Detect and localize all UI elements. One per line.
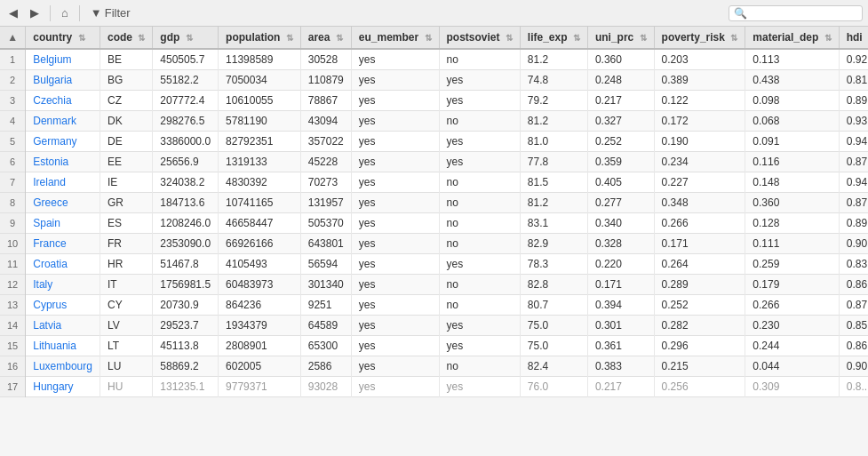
country-link[interactable]: Belgium bbox=[33, 53, 71, 66]
cell-hdi: 0.87 bbox=[839, 193, 868, 213]
table-row: 11CroatiaHR51467.8410549356594yesyes78.3… bbox=[0, 254, 868, 275]
col-header-hdi[interactable]: hdi ⇅ bbox=[839, 27, 868, 49]
country-link[interactable]: Bulgaria bbox=[33, 74, 72, 86]
back-button[interactable]: ◀ bbox=[5, 4, 21, 21]
row-num-header: ▲ bbox=[0, 27, 26, 49]
table-row: 6EstoniaEE25656.9131913345228yesyes77.80… bbox=[0, 152, 868, 172]
row-number: 1 bbox=[0, 49, 26, 70]
col-header-poverty[interactable]: poverty_risk ⇅ bbox=[654, 27, 745, 49]
cell-poverty_risk: 0.190 bbox=[654, 132, 745, 152]
country-link[interactable]: Lithuania bbox=[33, 340, 76, 352]
home-button[interactable]: ⌂ bbox=[58, 4, 72, 21]
cell-area: 357022 bbox=[300, 132, 351, 152]
col-header-postsoviet[interactable]: postsoviet ⇅ bbox=[439, 27, 520, 49]
row-number: 7 bbox=[0, 172, 26, 193]
cell-hdi: 0.94 bbox=[839, 172, 868, 193]
cell-life_exp: 82.4 bbox=[520, 356, 587, 377]
cell-gdp: 51467.8 bbox=[153, 254, 219, 275]
sort-icon-code: ⇅ bbox=[138, 33, 145, 43]
cell-postsoviet: yes bbox=[439, 316, 520, 336]
cell-poverty_risk: 0.203 bbox=[654, 49, 745, 70]
sort-icon-eu: ⇅ bbox=[425, 33, 432, 43]
cell-area: 9251 bbox=[300, 295, 351, 316]
cell-eu_member: yes bbox=[351, 70, 439, 91]
cell-poverty_risk: 0.348 bbox=[654, 193, 745, 213]
cell-postsoviet: yes bbox=[439, 91, 520, 111]
data-table: ▲ country ⇅ code ⇅ gdp ⇅ population ⇅ bbox=[0, 27, 868, 397]
cell-postsoviet: yes bbox=[439, 377, 520, 397]
col-header-area[interactable]: area ⇅ bbox=[300, 27, 351, 49]
forward-button[interactable]: ▶ bbox=[27, 4, 43, 21]
country-link[interactable]: Luxembourg bbox=[33, 360, 92, 372]
country-link[interactable]: Estonia bbox=[33, 156, 68, 168]
col-label-postsoviet: postsoviet bbox=[447, 31, 500, 44]
cell-country: Czechia bbox=[26, 91, 100, 111]
row-number: 9 bbox=[0, 213, 26, 234]
country-link[interactable]: Ireland bbox=[33, 176, 66, 188]
cell-population: 10610055 bbox=[219, 91, 301, 111]
country-link[interactable]: Hungary bbox=[33, 380, 73, 393]
home-icon: ⌂ bbox=[61, 6, 68, 20]
cell-uni_prc: 0.360 bbox=[587, 49, 654, 70]
cell-life_exp: 82.9 bbox=[520, 234, 587, 254]
cell-gdp: 324038.2 bbox=[153, 172, 219, 193]
col-label-code: code bbox=[108, 31, 132, 44]
col-label-area: area bbox=[308, 31, 330, 44]
country-link[interactable]: Croatia bbox=[33, 258, 68, 270]
search-input[interactable] bbox=[751, 7, 857, 20]
cell-population: 60483973 bbox=[219, 275, 301, 295]
cell-eu_member: yes bbox=[351, 336, 439, 356]
cell-hdi: 0.90 bbox=[839, 356, 868, 377]
col-header-material[interactable]: material_dep ⇅ bbox=[745, 27, 839, 49]
country-link[interactable]: Czechia bbox=[33, 94, 71, 107]
col-header-code[interactable]: code ⇅ bbox=[100, 27, 152, 49]
filter-button[interactable]: ▼ Filter bbox=[87, 4, 134, 21]
country-link[interactable]: Spain bbox=[33, 217, 60, 229]
cell-postsoviet: no bbox=[439, 172, 520, 193]
country-link[interactable]: France bbox=[33, 237, 66, 250]
col-label-life: life_exp bbox=[528, 31, 568, 44]
row-number: 6 bbox=[0, 152, 26, 172]
country-link[interactable]: Cyprus bbox=[33, 299, 67, 311]
col-header-life[interactable]: life_exp ⇅ bbox=[520, 27, 587, 49]
cell-hdi: 0.81 bbox=[839, 70, 868, 91]
cell-hdi: 0.8... bbox=[839, 377, 868, 397]
cell-area: 2586 bbox=[300, 356, 351, 377]
cell-poverty_risk: 0.252 bbox=[654, 295, 745, 316]
cell-eu_member: yes bbox=[351, 275, 439, 295]
cell-life_exp: 81.2 bbox=[520, 111, 587, 132]
cell-hdi: 0.87 bbox=[839, 152, 868, 172]
col-header-uni[interactable]: uni_prc ⇅ bbox=[587, 27, 654, 49]
cell-population: 46658447 bbox=[219, 213, 301, 234]
cell-hdi: 0.83 bbox=[839, 254, 868, 275]
cell-material_dep: 0.098 bbox=[745, 91, 839, 111]
cell-population: 4105493 bbox=[219, 254, 301, 275]
cell-poverty_risk: 0.227 bbox=[654, 172, 745, 193]
col-header-population[interactable]: population ⇅ bbox=[219, 27, 301, 49]
row-number: 5 bbox=[0, 132, 26, 152]
country-link[interactable]: Greece bbox=[33, 196, 68, 209]
cell-material_dep: 0.438 bbox=[745, 70, 839, 91]
cell-population: 66926166 bbox=[219, 234, 301, 254]
country-link[interactable]: Latvia bbox=[33, 319, 61, 332]
col-label-poverty: poverty_risk bbox=[662, 31, 725, 44]
cell-area: 70273 bbox=[300, 172, 351, 193]
row-number: 16 bbox=[0, 356, 26, 377]
country-link[interactable]: Denmark bbox=[33, 115, 76, 127]
col-header-gdp[interactable]: gdp ⇅ bbox=[153, 27, 219, 49]
col-header-eu[interactable]: eu_member ⇅ bbox=[351, 27, 439, 49]
cell-material_dep: 0.113 bbox=[745, 49, 839, 70]
table-row: 15LithuaniaLT45113.8280890165300yesyes75… bbox=[0, 336, 868, 356]
cell-life_exp: 77.8 bbox=[520, 152, 587, 172]
row-number: 13 bbox=[0, 295, 26, 316]
cell-code: EE bbox=[100, 152, 152, 172]
table-row: 1BelgiumBE450505.71139858930528yesno81.2… bbox=[0, 49, 868, 70]
row-number: 17 bbox=[0, 377, 26, 397]
col-header-country[interactable]: country ⇅ bbox=[26, 27, 100, 49]
cell-population: 864236 bbox=[219, 295, 301, 316]
cell-gdp: 20730.9 bbox=[153, 295, 219, 316]
country-link[interactable]: Italy bbox=[33, 278, 52, 291]
cell-gdp: 1756981.5 bbox=[153, 275, 219, 295]
country-link[interactable]: Germany bbox=[33, 135, 76, 148]
table-row: 16LuxembourgLU58869.26020052586yesno82.4… bbox=[0, 356, 868, 377]
